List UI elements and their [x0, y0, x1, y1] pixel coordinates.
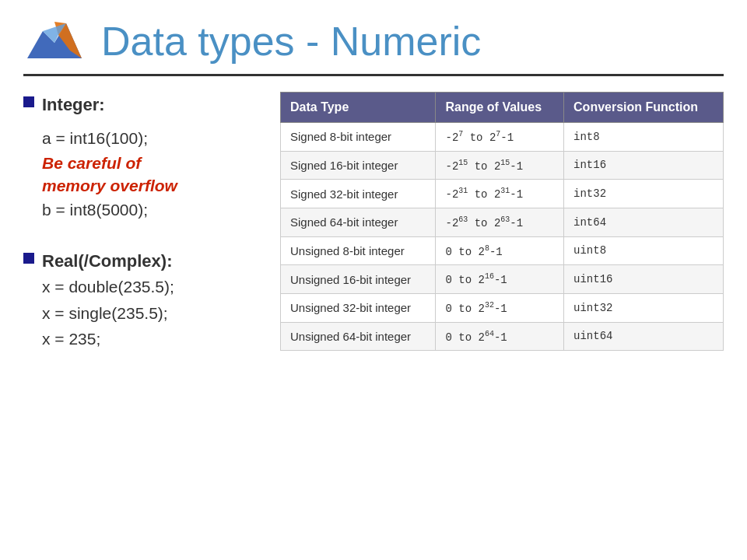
cell-range: -231 to 231-1: [436, 180, 564, 208]
integer-line2: b = int8(5000);: [42, 197, 265, 223]
col-header-range: Range of Values: [436, 93, 564, 123]
cell-type: Unsigned 64-bit integer: [281, 322, 436, 351]
left-panel: Integer: a = int16(100); Be careful ofme…: [23, 92, 265, 362]
bullet-integer: Integer: a = int16(100); Be careful ofme…: [23, 92, 265, 223]
cell-func: int16: [564, 151, 724, 180]
col-header-func: Conversion Function: [564, 93, 724, 123]
cell-func: int64: [564, 208, 724, 236]
cell-type: Signed 8-bit integer: [281, 123, 436, 152]
table-row: Unsigned 16-bit integer0 to 216-1uint16: [281, 265, 724, 294]
bullet-square-2: [23, 253, 34, 264]
cell-type: Unsigned 32-bit integer: [281, 293, 436, 322]
table-row: Signed 64-bit integer-263 to 263-1int64: [281, 208, 724, 236]
content-area: Integer: a = int16(100); Be careful ofme…: [23, 92, 724, 362]
cell-range: -27 to 27-1: [436, 123, 564, 152]
table-header-row: Data Type Range of Values Conversion Fun…: [281, 93, 724, 123]
slide: Data types - Numeric Integer: a = int16(…: [0, 0, 747, 560]
integer-label: Integer:: [42, 92, 265, 117]
cell-func: uint16: [564, 265, 724, 294]
cell-func: int32: [564, 180, 724, 208]
cell-range: 0 to 216-1: [436, 265, 564, 294]
right-panel: Data Type Range of Values Conversion Fun…: [280, 92, 724, 362]
cell-type: Unsigned 16-bit integer: [281, 265, 436, 294]
table-row: Signed 8-bit integer-27 to 27-1int8: [281, 123, 724, 152]
bullet-content-1: Integer: a = int16(100); Be careful ofme…: [42, 92, 265, 223]
cell-type: Signed 32-bit integer: [281, 180, 436, 208]
cell-func: int8: [564, 123, 724, 152]
table-row: Signed 32-bit integer-231 to 231-1int32: [281, 180, 724, 208]
cell-type: Signed 64-bit integer: [281, 208, 436, 236]
header: Data types - Numeric: [23, 16, 724, 76]
table-row: Unsigned 64-bit integer0 to 264-1uint64: [281, 322, 724, 351]
cell-range: 0 to 28-1: [436, 236, 564, 265]
table-row: Unsigned 8-bit integer0 to 28-1uint8: [281, 236, 724, 265]
cell-range: 0 to 232-1: [436, 293, 564, 322]
real-line1: x = double(235.5);: [42, 274, 265, 300]
matlab-logo: [23, 16, 86, 66]
cell-range: 0 to 264-1: [436, 322, 564, 351]
cell-range: -263 to 263-1: [436, 208, 564, 236]
table-row: Unsigned 32-bit integer0 to 232-1uint32: [281, 293, 724, 322]
col-header-type: Data Type: [281, 93, 436, 123]
cell-func: uint64: [564, 322, 724, 351]
table-row: Signed 16-bit integer-215 to 215-1int16: [281, 151, 724, 180]
cell-func: uint32: [564, 293, 724, 322]
real-line2: x = single(235.5);: [42, 300, 265, 327]
bullet-square-1: [23, 96, 34, 107]
cell-func: uint8: [564, 236, 724, 265]
cell-type: Unsigned 8-bit integer: [281, 236, 436, 265]
integer-line1: a = int16(100);: [42, 125, 265, 152]
integer-warning: Be careful ofmemory overflow: [42, 152, 265, 198]
bullet-content-2: Real(/Complex): x = double(235.5); x = s…: [42, 248, 265, 352]
real-label: Real(/Complex):: [42, 248, 265, 274]
bullet-real: Real(/Complex): x = double(235.5); x = s…: [23, 248, 265, 352]
data-types-table: Data Type Range of Values Conversion Fun…: [280, 92, 724, 351]
real-line3: x = 235;: [42, 326, 265, 352]
table-body: Signed 8-bit integer-27 to 27-1int8Signe…: [281, 123, 724, 351]
cell-type: Signed 16-bit integer: [281, 151, 436, 180]
cell-range: -215 to 215-1: [436, 151, 564, 180]
page-title: Data types - Numeric: [101, 18, 481, 65]
